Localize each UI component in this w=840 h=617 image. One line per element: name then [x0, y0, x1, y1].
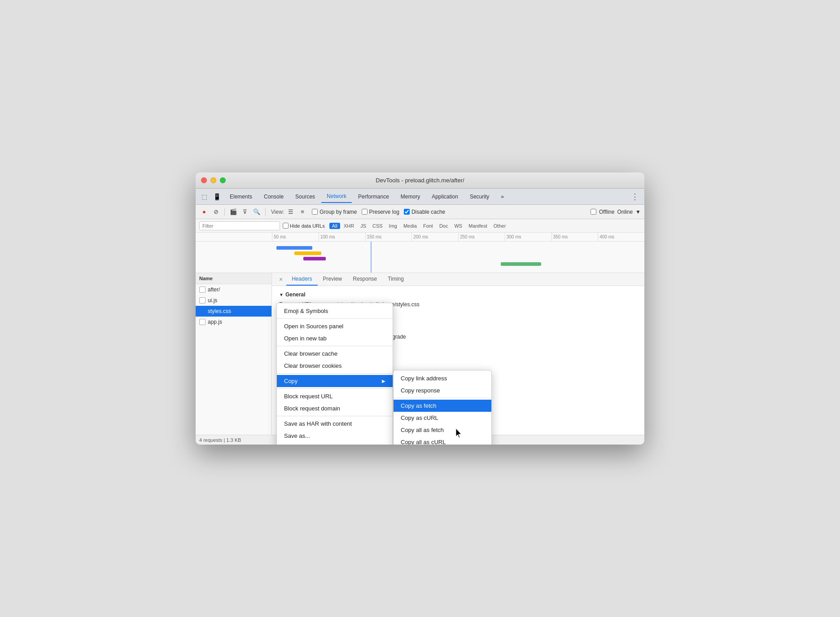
filter-badge-js[interactable]: JS: [358, 223, 369, 229]
context-menu: Emoji & Symbols Open in Sources panel Op…: [276, 303, 393, 445]
tab-memory[interactable]: Memory: [395, 190, 425, 203]
wf-bar-4: [501, 262, 541, 266]
filter-badge-media[interactable]: Media: [401, 223, 420, 229]
tab-timing[interactable]: Timing: [382, 273, 409, 286]
view-waterfall-icon[interactable]: ≡: [298, 207, 307, 217]
filter-badge-ws[interactable]: WS: [451, 223, 465, 229]
throttle-dropdown-icon[interactable]: ▼: [635, 209, 641, 215]
record-button[interactable]: ●: [199, 207, 209, 217]
tick-50ms: 50 ms: [272, 233, 319, 241]
disable-cache-label: Disable cache: [411, 209, 445, 215]
ctx-emoji-symbols[interactable]: Emoji & Symbols: [277, 305, 393, 317]
ctx-open-sources[interactable]: Open in Sources panel: [277, 320, 393, 332]
offline-label: Offline: [599, 209, 614, 215]
offline-group: Offline Online ▼: [591, 209, 641, 215]
maximize-button[interactable]: [220, 177, 226, 183]
online-label: Online: [617, 209, 633, 215]
filter-badge-css[interactable]: CSS: [370, 223, 385, 229]
wf-bar-3: [303, 257, 326, 260]
inspect-icon[interactable]: ⬚: [199, 192, 209, 202]
tab-elements[interactable]: Elements: [224, 190, 258, 203]
wf-bar-2: [294, 251, 321, 255]
detail-close-button[interactable]: ×: [276, 273, 286, 286]
filter-badge-doc[interactable]: Doc: [437, 223, 451, 229]
preserve-log-checkbox[interactable]: [362, 209, 368, 215]
search-button[interactable]: 🔍: [252, 207, 262, 217]
minimize-button[interactable]: [210, 177, 216, 183]
disable-cache-group: Disable cache: [404, 209, 445, 215]
file-icon-uijs: [199, 297, 206, 304]
ctx-sep-3: [277, 373, 393, 374]
timeline-ruler: 50 ms 100 ms 150 ms 200 ms 250 ms 300 ms…: [196, 233, 644, 242]
file-label-appjs: app.js: [208, 319, 222, 325]
ctx-open-new-tab[interactable]: Open in new tab: [277, 332, 393, 344]
devtools-menu[interactable]: ⋮: [629, 192, 641, 202]
section-general-title: General: [279, 291, 637, 298]
filter-input[interactable]: [199, 221, 280, 230]
tab-network[interactable]: Network: [321, 190, 352, 203]
ctx-save-har[interactable]: Save as HAR with content: [277, 418, 393, 430]
tab-console[interactable]: Console: [258, 190, 289, 203]
tab-response[interactable]: Response: [347, 273, 382, 286]
ctx-clear-cookies[interactable]: Clear browser cookies: [277, 360, 393, 372]
tab-preview[interactable]: Preview: [318, 273, 348, 286]
tab-application[interactable]: Application: [426, 190, 464, 203]
timeline: 50 ms 100 ms 150 ms 200 ms 250 ms 300 ms…: [196, 233, 644, 273]
group-by-frame-group: Group by frame: [312, 209, 357, 215]
file-item-stylescss[interactable]: styles.css: [196, 306, 271, 317]
ctx-copy-as-fetch[interactable]: Copy as fetch: [394, 400, 491, 412]
tab-more[interactable]: »: [495, 190, 509, 203]
device-icon[interactable]: 📱: [212, 192, 222, 202]
clear-button[interactable]: ⊘: [211, 207, 221, 217]
disable-cache-checkbox[interactable]: [404, 209, 410, 215]
ctx-sep-5: [277, 416, 393, 416]
filter-bar: Hide data URLs All XHR JS CSS Img Media …: [196, 219, 644, 233]
file-list: Name after/ ui.js styles.css app.js: [196, 273, 272, 435]
file-label-uijs: ui.js: [208, 297, 217, 304]
toolbar-separator-2: [265, 208, 266, 216]
filter-badge-all[interactable]: All: [329, 223, 340, 229]
filter-badge-manifest[interactable]: Manifest: [466, 223, 490, 229]
tab-headers[interactable]: Headers: [286, 273, 317, 286]
tab-bar: ⬚ 📱 Elements Console Sources Network Per…: [196, 189, 644, 205]
preserve-log-label: Preserve log: [369, 209, 399, 215]
ctx-block-domain[interactable]: Block request domain: [277, 402, 393, 414]
ctx-block-url[interactable]: Block request URL: [277, 390, 393, 402]
filter-badge-xhr[interactable]: XHR: [341, 223, 357, 229]
file-item-after[interactable]: after/: [196, 284, 271, 295]
group-by-frame-label: Group by frame: [319, 209, 357, 215]
ctx-copy-as-curl[interactable]: Copy as cURL: [394, 412, 491, 424]
filter-badges: All XHR JS CSS Img Media Font Doc WS Man…: [329, 223, 509, 229]
ctx-copy-all-as-curl[interactable]: Copy all as cURL: [394, 436, 491, 445]
hide-data-urls-checkbox[interactable]: [283, 223, 289, 229]
filter-badge-img[interactable]: Img: [386, 223, 400, 229]
screenshot-button[interactable]: 🎬: [228, 207, 238, 217]
hide-data-urls-group: Hide data URLs: [283, 223, 325, 229]
view-label: View:: [271, 209, 284, 215]
ctx-clear-cache[interactable]: Clear browser cache: [277, 348, 393, 360]
tab-security[interactable]: Security: [464, 190, 494, 203]
filter-button[interactable]: ⊽: [240, 207, 250, 217]
tab-performance[interactable]: Performance: [353, 190, 394, 203]
ctx-save-as[interactable]: Save as...: [277, 430, 393, 442]
devtools-window: DevTools - preload.glitch.me/after/ ⬚ 📱 …: [196, 172, 644, 445]
submenu-sep-1: [394, 398, 491, 398]
file-item-appjs[interactable]: app.js: [196, 317, 271, 327]
filter-badge-other[interactable]: Other: [491, 223, 509, 229]
ctx-copy-response[interactable]: Copy response: [394, 384, 491, 397]
ctx-copy-arrow: ▶: [382, 379, 385, 383]
ctx-copy[interactable]: Copy ▶: [277, 375, 393, 387]
tick-300ms: 300 ms: [505, 233, 551, 241]
traffic-lights: [201, 177, 226, 183]
tab-sources[interactable]: Sources: [290, 190, 320, 203]
file-item-uijs[interactable]: ui.js: [196, 295, 271, 306]
ctx-save-overrides[interactable]: Save for overrides: [277, 442, 393, 445]
group-by-frame-checkbox[interactable]: [312, 209, 318, 215]
ctx-copy-link[interactable]: Copy link address: [394, 372, 491, 384]
file-icon-stylescss: [199, 308, 206, 314]
ctx-copy-all-as-fetch[interactable]: Copy all as fetch: [394, 424, 491, 436]
offline-checkbox[interactable]: [591, 209, 596, 215]
filter-badge-font[interactable]: Font: [420, 223, 436, 229]
close-button[interactable]: [201, 177, 207, 183]
view-list-icon[interactable]: ☰: [286, 207, 296, 217]
